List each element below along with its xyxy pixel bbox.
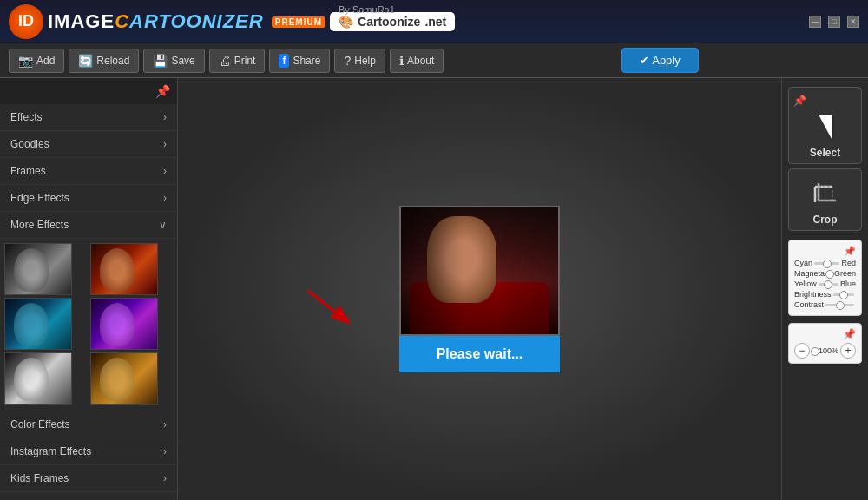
- chevron-right-icon: ›: [163, 165, 167, 177]
- green-label: Green: [834, 269, 856, 278]
- magenta-label: Magneta: [794, 269, 825, 278]
- panel-header: 📌: [0, 78, 177, 104]
- kids-frames-label: Kids Frames: [10, 472, 69, 484]
- crop-label: Crop: [813, 214, 838, 226]
- about-label: About: [407, 55, 434, 67]
- thumbnail-item[interactable]: [4, 298, 72, 350]
- cartoonize-label: Cartoonize: [358, 15, 420, 29]
- close-button[interactable]: ✕: [847, 16, 859, 28]
- menu-item-edge-effects[interactable]: Edge Effects ›: [0, 185, 177, 212]
- yellow-slider[interactable]: [819, 283, 838, 286]
- thumbnail-item[interactable]: [4, 243, 72, 295]
- menu-item-color-effects[interactable]: Color Effects ›: [0, 411, 177, 438]
- zoom-slider[interactable]: [812, 350, 817, 352]
- cursor-icon: [819, 115, 832, 139]
- logo-cart-part: C: [115, 10, 129, 32]
- svg-line-1: [308, 291, 347, 321]
- maximize-button[interactable]: □: [828, 16, 840, 28]
- menu-item-effects[interactable]: Effects ›: [0, 104, 177, 131]
- please-wait-bar[interactable]: Please wait...: [399, 336, 560, 372]
- print-label: Print: [234, 55, 256, 67]
- menu-item-frames[interactable]: Frames ›: [0, 158, 177, 185]
- color-effects-label: Color Effects: [10, 418, 69, 431]
- menu-item-more-effects[interactable]: More Effects ∨: [0, 212, 177, 239]
- crop-tool-card[interactable]: Crop: [788, 168, 862, 231]
- share-icon: f: [279, 54, 289, 68]
- add-label: Add: [36, 55, 55, 67]
- color-panel: 📌 Cyan Red Magneta Green Yellow Blue Bri…: [788, 240, 862, 316]
- zoom-in-button[interactable]: +: [840, 343, 856, 359]
- logo-image-part: IMAGE: [48, 10, 115, 32]
- cyan-slider[interactable]: [814, 262, 839, 265]
- contrast-label: Contrast: [794, 300, 824, 309]
- chevron-right-icon: ›: [163, 192, 167, 204]
- about-icon: ℹ: [399, 54, 404, 68]
- app-logo: ID IMAGECARTOONIZER PREMIUM 🎨 Cartoonize…: [9, 4, 455, 39]
- share-button[interactable]: f Share: [269, 49, 330, 73]
- portrait-background: [401, 207, 558, 334]
- zoom-out-button[interactable]: −: [794, 343, 810, 359]
- menu-item-instagram-effects[interactable]: Instagram Effects ›: [0, 438, 177, 465]
- main-layout: 📌 Effects › Goodies › Frames › Edge Effe…: [0, 78, 868, 500]
- brightness-slider[interactable]: [833, 293, 854, 296]
- thumbnail-item[interactable]: [90, 298, 158, 350]
- menu-item-kids-frames[interactable]: Kids Frames ›: [0, 465, 177, 492]
- yellow-row: Yellow Blue: [794, 280, 856, 288]
- share-label: Share: [293, 55, 320, 67]
- cyan-label: Cyan: [794, 259, 812, 267]
- image-container: Please wait...: [399, 206, 560, 372]
- cyan-row: Cyan Red: [794, 259, 856, 267]
- chevron-right-icon: ›: [163, 445, 167, 457]
- logo-onizer-part: ARTOONIZER: [129, 10, 264, 32]
- add-button[interactable]: 📷 Add: [9, 49, 64, 73]
- menu-item-goodies[interactable]: Goodies ›: [0, 131, 177, 158]
- magenta-row: Magneta Green: [794, 269, 856, 278]
- net-label: .net: [424, 15, 446, 29]
- contrast-slider[interactable]: [825, 304, 854, 306]
- print-button[interactable]: 🖨 Print: [209, 49, 266, 73]
- thumbnail-item[interactable]: [90, 352, 158, 405]
- logo-icon: ID: [9, 4, 43, 39]
- add-icon: 📷: [18, 54, 33, 68]
- blue-label: Blue: [840, 280, 856, 288]
- red-arrow-indicator: [304, 286, 356, 330]
- crop-icon: [812, 180, 839, 207]
- premium-badge: PREMIUM: [272, 16, 326, 28]
- reload-button[interactable]: 🔄 Reload: [69, 49, 139, 73]
- chevron-down-icon: ∨: [159, 219, 167, 231]
- minimize-button[interactable]: —: [809, 16, 821, 28]
- save-button[interactable]: 💾 Save: [143, 49, 204, 73]
- chevron-right-icon: ›: [163, 472, 167, 484]
- thumbnail-item[interactable]: [4, 352, 72, 405]
- zoom-minus-icon: −: [799, 345, 805, 357]
- chevron-right-icon: ›: [163, 138, 167, 150]
- brightness-row: Brightness: [794, 290, 856, 299]
- magenta-slider[interactable]: [826, 273, 832, 275]
- portrait-shadow: [401, 207, 558, 334]
- pin-icon: 📌: [155, 84, 170, 98]
- logo-text-container: IMAGECARTOONIZER PREMIUM: [48, 10, 326, 33]
- menu-item-various-frames[interactable]: Various Frames ›: [0, 492, 177, 500]
- svg-rect-6: [819, 187, 832, 201]
- save-label: Save: [171, 55, 194, 67]
- about-button[interactable]: ℹ About: [390, 49, 444, 73]
- by-author: By SamuRa1: [339, 4, 395, 15]
- help-button[interactable]: ? Help: [334, 49, 385, 73]
- help-icon: ?: [344, 54, 351, 68]
- right-panel: 📌 Select Crop 📌: [781, 78, 868, 500]
- main-image: [399, 206, 560, 336]
- instagram-effects-label: Instagram Effects: [10, 445, 91, 457]
- thumbnails-grid: [0, 239, 177, 409]
- thumbnail-item[interactable]: [90, 243, 158, 295]
- save-icon: 💾: [153, 54, 168, 68]
- apply-button[interactable]: ✔ Apply: [621, 48, 698, 73]
- more-effects-label: More Effects: [10, 219, 69, 231]
- effects-label: Effects: [10, 111, 42, 123]
- toolbar: 📷 Add 🔄 Reload 💾 Save 🖨 Print f Share ? …: [0, 43, 868, 78]
- window-controls[interactable]: — □ ✕: [809, 16, 859, 28]
- select-label: Select: [810, 147, 840, 159]
- edge-effects-label: Edge Effects: [10, 192, 69, 204]
- zoom-controls: − 100% +: [794, 343, 856, 359]
- zoom-panel-pin-icon: 📌: [843, 328, 856, 340]
- select-tool-card[interactable]: 📌 Select: [788, 87, 862, 164]
